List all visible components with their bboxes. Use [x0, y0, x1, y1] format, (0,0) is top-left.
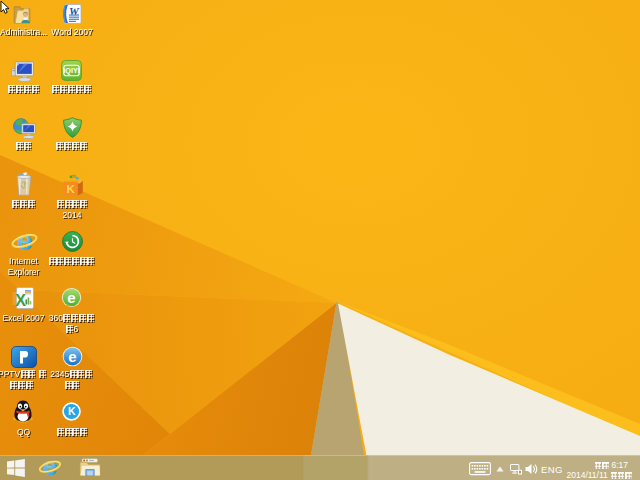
svg-text:K: K [67, 183, 76, 195]
svg-text:X: X [15, 292, 26, 309]
svg-text:K: K [68, 405, 76, 417]
svg-text:e: e [68, 348, 76, 365]
svg-text:e: e [43, 456, 57, 478]
svg-text:e: e [17, 228, 33, 253]
svg-text:iQIYI: iQIYI [63, 66, 79, 75]
svg-text:e: e [67, 289, 75, 306]
